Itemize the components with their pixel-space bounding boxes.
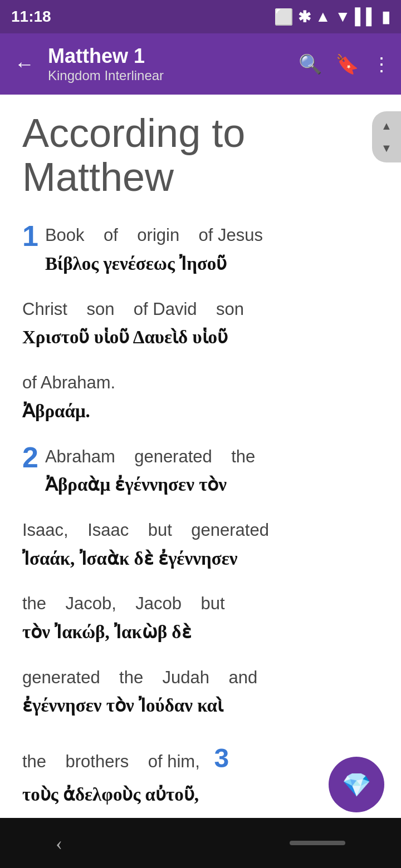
fab-button[interactable]: 💎 [329,757,384,812]
scroll-control[interactable]: ▲ ▼ [372,111,401,162]
verse-1-cont2: of Abraham. Ἀβραάμ. [22,369,379,426]
verse-2-english-1: Abraham generated the [22,443,379,471]
toolbar-subtitle: Kingdom Interlinear [48,68,290,83]
bluetooth-icon: ✱ [298,8,311,26]
nav-home-indicator[interactable] [290,841,345,845]
back-button[interactable]: ← [10,48,39,80]
verse-1-greek-3: Ἀβραάμ. [22,397,379,426]
signal-icon: ▌▌ [355,8,377,26]
verse-2-greek-1: Ἀβραὰμ ἐγέννησεν τὸν [22,470,379,500]
status-bar: 11:18 ⬜ ✱ ▲ ▼ ▌▌ ▮ [0,0,401,33]
toolbar: ← Matthew 1 Kingdom Interlinear 🔍 🔖 ⋮ [0,33,401,95]
verse-1-greek-2: Χριστοῦ υἱοῦ Δαυεὶδ υἱοῦ [22,323,379,352]
verse-1-english-2: Christ son of David son [22,295,379,323]
more-button[interactable]: ⋮ [372,53,391,75]
verse-2-english-2: Isaac, Isaac but generated [22,516,379,544]
diamond-icon: 💎 [342,771,371,798]
verse-1-cont1: Christ son of David son Χριστοῦ υἱοῦ Δαυ… [22,295,379,352]
book-title: According to Matthew [22,111,379,199]
verse-2-greek-4: ἐγέννησεν τὸν Ἰούδαν καὶ [22,691,379,721]
verse-2-cont4: the brothers of him, 3 τοὺς ἀδελφοὺς αὐτ… [22,737,379,810]
verse-2-greek-2: Ἰσαάκ, Ἰσαὰκ δὲ ἐγέννησεν [22,544,379,574]
verse-2: 2 Abraham generated the Ἀβραὰμ ἐγέννησεν… [22,443,379,500]
verse-2-english-4: generated the Judah and [22,664,379,692]
verse-2-cont2: the Jacob, Jacob but τὸν Ἰακώβ, Ἰακὼβ δὲ [22,590,379,647]
verse-number-2: 2 [22,443,38,472]
verse-1-english-1: Book of origin of Jesus [22,221,379,249]
status-time: 11:18 [11,8,51,26]
wifi-arrow-icon: ▲ [315,8,331,26]
scroll-down-button[interactable]: ▼ [372,137,401,159]
toolbar-title-group: Matthew 1 Kingdom Interlinear [48,45,290,83]
nav-back-button[interactable]: ‹ [56,831,62,855]
verse-1: 1 Book of origin of Jesus Βίβλος γενέσεω… [22,221,379,278]
content-area: According to Matthew 1 Book of origin of… [0,95,401,868]
verse-number-1: 1 [22,221,38,250]
book-title-line2: Matthew [22,155,174,199]
toolbar-title: Matthew 1 [48,45,290,68]
search-button[interactable]: 🔍 [299,53,322,75]
verse-1-greek-1: Βίβλος γενέσεως Ἰησοῦ [22,249,379,279]
verse-2-greek-3: τὸν Ἰακώβ, Ἰακὼβ δὲ [22,618,379,647]
scroll-up-button[interactable]: ▲ [372,115,401,137]
cast-screen-icon: ⬜ [274,8,294,26]
verse-2-english-3: the Jacob, Jacob but [22,590,379,618]
verse-1-english-3: of Abraham. [22,369,379,397]
battery-icon: ▮ [382,8,390,26]
bookmark-button[interactable]: 🔖 [335,53,359,75]
verse-2-cont3: generated the Judah and ἐγέννησεν τὸν Ἰο… [22,664,379,721]
verse-2-greek-5: τοὺς ἀδελφοὺς αὐτοῦ, [22,780,379,810]
toolbar-icons: 🔍 🔖 ⋮ [299,53,391,75]
status-icons-right: ⬜ ✱ ▲ ▼ ▌▌ ▮ [274,8,390,26]
nav-bar: ‹ [0,818,401,868]
verse-2-english-5: the brothers of him, 3 [22,737,379,780]
wifi-icon: ▼ [335,8,351,26]
book-title-line1: According to [22,111,245,155]
verse-2-cont1: Isaac, Isaac but generated Ἰσαάκ, Ἰσαὰκ … [22,516,379,573]
